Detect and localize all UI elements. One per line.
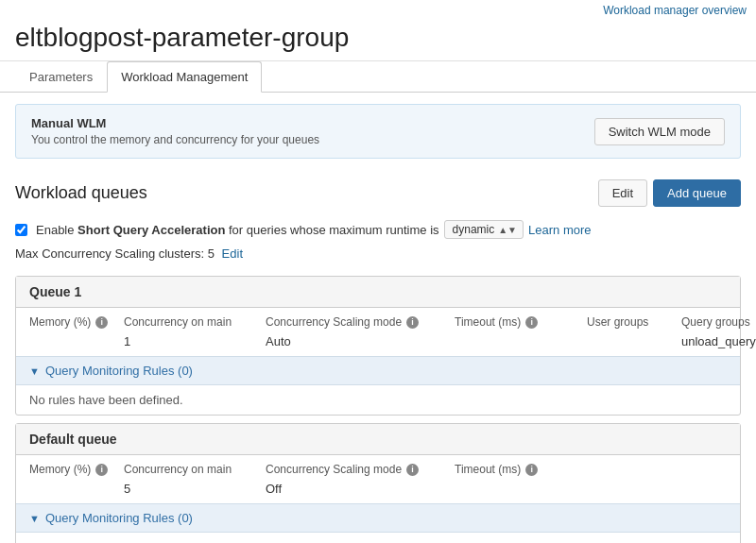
qmr-1-arrow-icon: ▼ [29,365,40,377]
workload-queues-title: Workload queues [15,183,147,203]
dq-header-concurrency: Concurrency on main [124,463,266,476]
queue-1-no-rules: No rules have been defined. [16,385,740,415]
q1-header-concurrency: Concurrency on main [124,315,266,329]
page-title: eltblogpost-parameter-group [0,19,756,61]
queue-action-buttons: Edit Add queue [598,179,741,207]
tab-parameters[interactable]: Parameters [15,61,107,93]
queue-1-title: Queue 1 [16,277,740,308]
queue-1-box: Queue 1 Memory (%) i Concurrency on main… [15,276,741,416]
dq-memory-info-icon[interactable]: i [95,464,108,476]
sqa-dropdown-arrow-icon: ▲▼ [498,225,517,235]
tab-workload-management[interactable]: Workload Management [107,61,262,93]
memory-info-icon[interactable]: i [95,316,108,329]
dq-header-timeout: Timeout (ms) i [455,463,587,476]
default-queue-title: Default queue [16,424,740,455]
dq-scaling-info-icon[interactable]: i [406,464,419,476]
dq-header-scaling-mode: Concurrency Scaling mode i [266,463,455,476]
dq-val-scaling-mode: Off [266,482,455,496]
dq-val-memory [29,482,124,496]
default-queue-values: 5 Off [16,480,740,503]
workload-manager-overview-link[interactable]: Workload manager overview [603,4,747,17]
sqa-dropdown-value: dynamic [453,223,495,236]
wlm-banner: Manual WLM You control the memory and co… [15,104,741,159]
q1-header-query-groups: Query groups [681,315,756,329]
q1-val-memory [29,334,124,348]
edit-queues-button[interactable]: Edit [598,179,647,207]
timeout-info-icon[interactable]: i [525,316,538,329]
queue-1-headers: Memory (%) i Concurrency on main Concurr… [16,308,740,332]
dq-header-memory: Memory (%) i [29,463,124,476]
queue-1-values: 1 Auto unload_query [16,332,740,356]
q1-val-concurrency: 1 [124,334,266,348]
q1-val-query-groups: unload_query [681,334,756,348]
sqa-row: Enable Short Query Acceleration for quer… [0,214,756,243]
sqa-learn-more-link[interactable]: Learn more [528,223,591,237]
add-queue-button[interactable]: Add queue [653,179,741,207]
wlm-banner-title: Manual WLM [31,116,319,130]
q1-header-memory: Memory (%) i [29,315,124,329]
default-queue-qmr-link[interactable]: Query Monitoring Rules (0) [45,511,193,525]
sqa-prefix: Enable Short Query Acceleration for quer… [36,223,439,237]
default-queue-qmr-bar[interactable]: ▼ Query Monitoring Rules (0) [16,503,740,533]
workload-queues-header: Workload queues Edit Add queue [0,170,756,214]
sqa-dropdown[interactable]: dynamic ▲▼ [444,220,524,239]
default-queue-box: Default queue Memory (%) i Concurrency o… [15,423,741,543]
wlm-banner-description: You control the memory and concurrency f… [31,133,319,146]
wlm-banner-left: Manual WLM You control the memory and co… [31,116,319,146]
concurrency-label: Max Concurrency Scaling clusters: 5 [15,246,215,261]
q1-val-user-groups [587,334,681,348]
tab-bar: Parameters Workload Management [0,61,756,93]
queue-1-qmr-bar[interactable]: ▼ Query Monitoring Rules (0) [16,356,740,385]
q1-header-scaling-mode: Concurrency Scaling mode i [266,315,455,329]
switch-wlm-mode-button[interactable]: Switch WLM mode [594,118,725,145]
default-queue-no-rules: No rules have been defined. [16,533,740,543]
q1-val-scaling-mode: Auto [266,334,455,348]
concurrency-row: Max Concurrency Scaling clusters: 5 Edit [0,243,756,268]
dq-val-timeout [455,482,587,496]
default-queue-headers: Memory (%) i Concurrency on main Concurr… [16,455,740,480]
scaling-mode-info-icon[interactable]: i [406,316,419,329]
dq-val-concurrency: 5 [124,482,266,496]
sqa-checkbox[interactable] [15,224,27,236]
q1-header-user-groups: User groups [587,315,681,329]
q1-val-timeout [455,334,587,348]
top-bar: Workload manager overview [0,0,756,19]
queue-1-qmr-link[interactable]: Query Monitoring Rules (0) [45,364,193,378]
qmr-dq-arrow-icon: ▼ [29,513,40,524]
dq-timeout-info-icon[interactable]: i [525,464,538,476]
concurrency-edit-link[interactable]: Edit [222,246,243,261]
q1-header-timeout: Timeout (ms) i [455,315,587,329]
